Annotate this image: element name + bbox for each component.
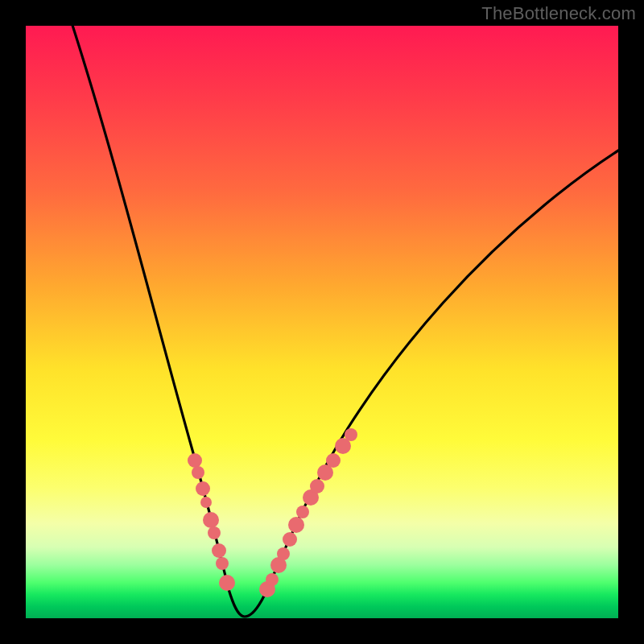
svg-point-4: [203, 512, 219, 528]
svg-point-17: [310, 479, 324, 493]
svg-point-19: [326, 453, 341, 468]
svg-point-3: [200, 497, 212, 508]
highlight-left: [188, 453, 235, 591]
svg-point-6: [212, 543, 226, 558]
svg-point-0: [188, 453, 202, 468]
svg-point-1: [192, 466, 204, 479]
svg-point-7: [216, 557, 229, 570]
svg-point-13: [283, 532, 297, 547]
svg-point-21: [345, 428, 357, 441]
watermark-text: TheBottleneck.com: [481, 3, 636, 24]
chart-frame: TheBottleneck.com: [0, 0, 644, 644]
svg-point-8: [219, 575, 235, 591]
plot-area: [26, 26, 618, 618]
svg-point-2: [196, 481, 210, 496]
curve-layer: [26, 26, 618, 618]
bottleneck-curve: [70, 26, 618, 617]
svg-point-5: [208, 526, 221, 539]
svg-point-14: [288, 517, 304, 533]
svg-point-15: [296, 506, 309, 518]
svg-point-12: [277, 547, 290, 560]
svg-point-10: [266, 573, 279, 586]
